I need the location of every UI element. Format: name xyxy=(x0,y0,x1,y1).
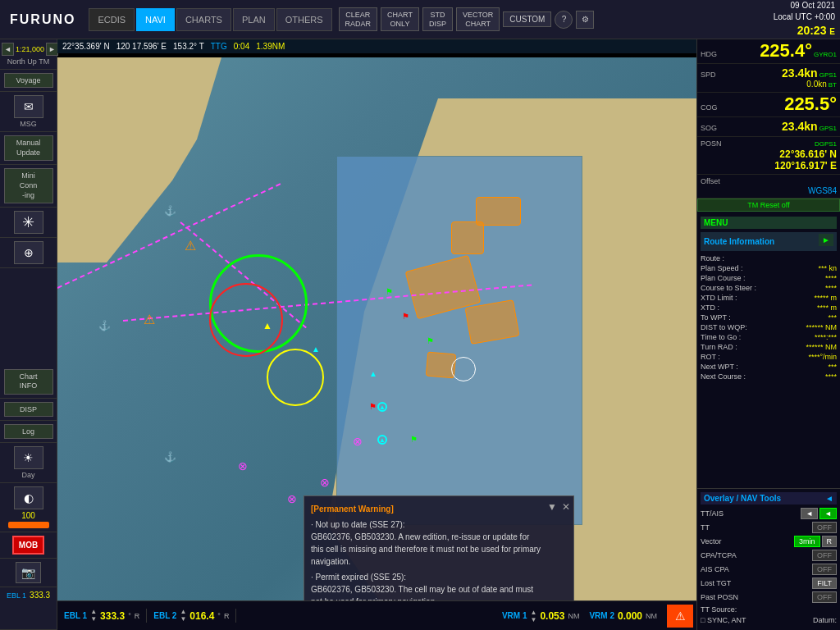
tt-off-button[interactable]: OFF xyxy=(812,522,837,533)
vrm-section: VRM 1 ▲ ▼ 0.053 NM VRM 2 0.000 NM ⚠ xyxy=(236,605,696,628)
route-arrow[interactable]: ► xyxy=(819,234,833,246)
gps1-label: GPS1 xyxy=(819,71,837,79)
map-lat: 22°35.369' N xyxy=(62,42,110,51)
manual-update-button[interactable]: ManualUpdate xyxy=(4,135,53,161)
ebl2-label: EBL 2 xyxy=(153,611,176,620)
lost-tgt-row: Lost TGT FILT xyxy=(701,578,837,589)
chart-info-button[interactable]: ChartINFO xyxy=(4,369,53,395)
ebl1-value: 333.3 xyxy=(100,610,125,622)
ais-arrow-button[interactable]: ◄ xyxy=(819,508,837,519)
sync-ant-row: □ SYNC, ANT Datum: xyxy=(701,616,837,624)
scale-back-button[interactable]: ◄ xyxy=(2,43,14,56)
voyage-button[interactable]: Voyage xyxy=(4,73,53,88)
datetime-display: 09 Oct 2021 Local UTC +0:00 20:23 E xyxy=(774,0,835,39)
msg-icon[interactable]: ✉ xyxy=(14,95,43,118)
top-bar: FURUNO ECDIS NAVI CHARTS PLAN OTHERS CLE… xyxy=(0,0,840,39)
hazard-5 xyxy=(426,352,456,379)
brightness-slider[interactable] xyxy=(8,522,49,528)
ship-marker-3: ▲ xyxy=(369,369,377,378)
clear-radar-button[interactable]: CLEARRADAR xyxy=(339,7,378,32)
hdg-label: HDG xyxy=(701,50,717,58)
tt-arrow-button[interactable]: ◄ xyxy=(801,508,818,519)
compass-section: ✳ xyxy=(0,208,57,238)
vrm1-arrows[interactable]: ▲ ▼ xyxy=(530,609,536,623)
cpa-tcpa-button[interactable]: OFF xyxy=(812,550,837,561)
vrm2-unit: NM xyxy=(646,612,657,620)
vector-r-button[interactable]: R xyxy=(822,536,838,547)
tm-reset-button[interactable]: TM Reset off xyxy=(697,199,840,212)
vector-time-button[interactable]: 3min xyxy=(794,536,820,547)
tab-navi[interactable]: NAVI xyxy=(136,8,175,31)
posn-label: POSN xyxy=(701,139,722,148)
camera-section: 📷 xyxy=(0,559,57,587)
tab-charts[interactable]: CHARTS xyxy=(176,8,231,31)
warning-close-button[interactable]: ✕ xyxy=(562,500,570,514)
log-button[interactable]: Log xyxy=(4,424,53,439)
gps1-label2: GPS1 xyxy=(819,125,837,132)
ebl2-arrows[interactable]: ▲ ▼ xyxy=(180,609,186,623)
tt-source-row: TT Source: xyxy=(701,605,837,614)
buoy-3: ⚑ xyxy=(427,336,434,345)
compass-icon[interactable]: ✳ xyxy=(14,211,43,234)
camera-button[interactable]: 📷 xyxy=(16,562,41,583)
sog-section: SOG 23.4kn GPS1 xyxy=(697,117,840,137)
wgs84-label: WGS84 xyxy=(701,186,837,195)
spd-section: SPD 23.4kn GPS1 0.0kn BT xyxy=(697,64,840,93)
hazard-4 xyxy=(476,197,521,226)
ais-cpa-row: AIS CPA OFF xyxy=(701,564,837,575)
mini-conn-button[interactable]: MiniConn-ing xyxy=(4,168,53,203)
mob-section: MOB xyxy=(0,532,57,559)
ais-cpa-button[interactable]: OFF xyxy=(812,564,837,575)
left-sidebar: ◄ 1:21,000 ► North Up TM Voyage ✉ MSG Ma… xyxy=(0,39,57,630)
dist-value: 1.39NM xyxy=(256,42,285,51)
sog-label: SOG xyxy=(701,124,717,132)
custom-button[interactable]: CUSTOM xyxy=(503,11,551,27)
tab-others[interactable]: OTHERS xyxy=(276,8,332,31)
past-posn-button[interactable]: OFF xyxy=(812,591,837,603)
map-area[interactable]: 22°35.369' N 120 17.596' E 153.2° T TTG … xyxy=(57,39,696,630)
scale-forward-button[interactable]: ► xyxy=(46,43,58,56)
route-panel: MENU Route Information ► Route : Plan Sp… xyxy=(697,213,840,489)
warning-line3: this cell is missing and therefore it mu… xyxy=(311,543,567,555)
ebl1-section: EBL 1 ▲ ▼ 333.3 ° R xyxy=(57,609,147,623)
ais-target-1: ▲ xyxy=(377,435,387,445)
furuno-logo: FURUNO xyxy=(0,12,85,27)
ebl1-unit: ° xyxy=(128,612,131,620)
day-section: ☀ Day xyxy=(0,443,57,483)
ais-target-2: ▲ xyxy=(377,402,387,412)
hdg-value: 225.4° xyxy=(760,42,812,60)
next-course-row: Next Course : **** xyxy=(701,372,837,381)
buoy-5: ⚑ xyxy=(410,435,418,444)
cursor-icon[interactable]: ⊕ xyxy=(14,241,43,264)
help-button[interactable]: ? xyxy=(555,11,573,29)
ebl1-arrows[interactable]: ▲ ▼ xyxy=(90,609,97,623)
lost-tgt-button[interactable]: FILT xyxy=(812,578,837,589)
overlay-arrow-button[interactable]: ◄ xyxy=(825,494,833,503)
ebl1-sidebar-label: EBL 1 xyxy=(7,591,26,600)
disp-button[interactable]: DISP xyxy=(4,402,53,417)
tab-plan[interactable]: PLAN xyxy=(233,8,275,31)
bottom-bar: EBL 1 ▲ ▼ 333.3 ° R EBL 2 ▲ ▼ 016.4 ° R xyxy=(57,600,696,630)
mob-button[interactable]: MOB xyxy=(12,536,44,555)
time-display: 20:23 E xyxy=(774,23,835,39)
map-canvas[interactable]: ▲ ▲ ▲ ⚓ ⚓ ⚓ ⚠ ⚠ ⊗ ⊗ ⊗ ⊗ ⚑ ⚑ ⚑ ⚑ ⚑ ▲ ▲ xyxy=(57,57,696,630)
vector-controls: 3min R xyxy=(794,536,837,547)
cog-label: COG xyxy=(701,103,718,112)
warning-alert-icon[interactable]: ⚠ xyxy=(667,605,693,628)
restricted-area-2: ⊗ xyxy=(320,476,330,489)
brightness-value: 100 xyxy=(21,511,35,520)
gyro-source: GYRO1 xyxy=(814,51,837,58)
spd-label: SPD xyxy=(701,71,716,79)
vrm2-label: VRM 2 xyxy=(589,611,614,620)
sog-value: 23.4kn xyxy=(782,120,818,133)
dist-wqp-row: DIST to WQP: ****** NM xyxy=(701,323,837,331)
day-icon[interactable]: ☀ xyxy=(14,446,43,469)
tab-ecdis[interactable]: ECDIS xyxy=(89,8,135,31)
settings-button[interactable]: ⚙ xyxy=(576,11,594,29)
std-disp-button[interactable]: STDDISP xyxy=(422,7,453,32)
scale-section: ◄ 1:21,000 ► North Up TM xyxy=(0,39,57,70)
warning-line4: navigation. xyxy=(311,555,567,568)
vector-chart-button[interactable]: VECTORCHART xyxy=(456,7,500,32)
vector-row: Vector 3min R xyxy=(701,536,837,547)
chart-only-button[interactable]: CHARTONLY xyxy=(381,7,419,32)
